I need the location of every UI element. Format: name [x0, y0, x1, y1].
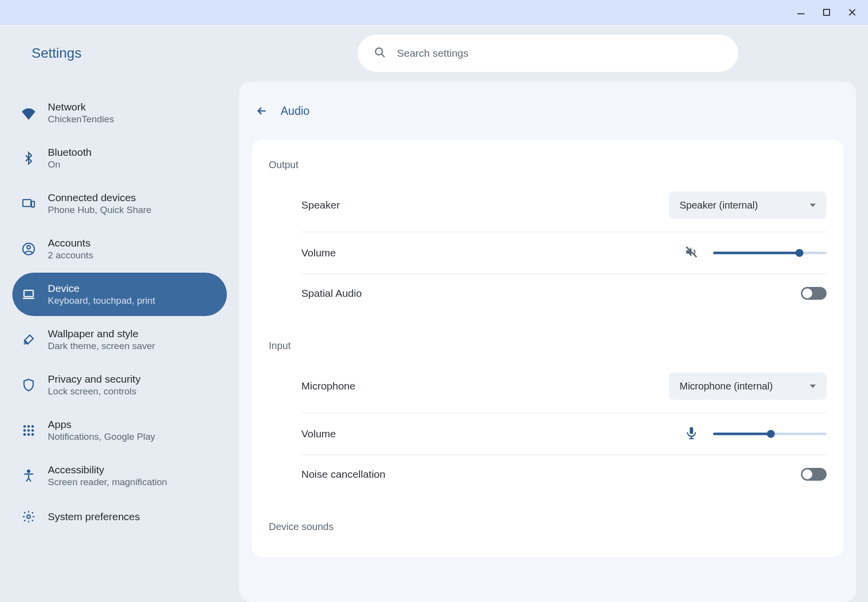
sidebar-item-label: Accounts	[48, 237, 93, 249]
row-speaker: Speaker Speaker (internal)	[301, 178, 827, 232]
gear-icon	[21, 509, 36, 524]
page-title: Audio	[281, 105, 310, 118]
noise-cancellation-label: Noise cancellation	[301, 468, 385, 480]
output-volume-label: Volume	[301, 247, 336, 259]
input-volume-label: Volume	[301, 428, 336, 440]
devices-icon	[21, 196, 36, 211]
sidebar-item-connected-devices[interactable]: Connected devices Phone Hub, Quick Share	[12, 182, 227, 225]
maximize-button[interactable]	[816, 2, 837, 22]
sidebar-item-sub: ChickenTendies	[48, 114, 114, 125]
sidebar-item-label: Network	[48, 101, 114, 113]
sidebar: Network ChickenTendies Bluetooth On	[0, 81, 239, 602]
sidebar-item-label: Apps	[48, 419, 155, 430]
window-titlebar	[0, 0, 868, 25]
section-output-label: Output	[269, 159, 827, 171]
sidebar-item-privacy[interactable]: Privacy and security Lock screen, contro…	[12, 363, 227, 407]
svg-point-4	[375, 48, 382, 55]
svg-rect-6	[23, 200, 31, 207]
apps-grid-icon	[21, 423, 36, 438]
sidebar-item-apps[interactable]: Apps Notifications, Google Play	[12, 409, 227, 452]
svg-point-19	[27, 433, 30, 436]
svg-rect-1	[824, 9, 830, 15]
sidebar-item-label: Bluetooth	[48, 146, 92, 158]
sidebar-item-sub: 2 accounts	[48, 250, 93, 261]
svg-point-15	[23, 429, 26, 431]
sidebar-item-sub: Phone Hub, Quick Share	[48, 205, 151, 215]
microphone-select[interactable]: Microphone (internal)	[669, 372, 827, 400]
noise-cancellation-toggle[interactable]	[801, 468, 827, 481]
close-button[interactable]	[841, 2, 863, 22]
microphone-icon[interactable]	[685, 426, 698, 442]
section-input-label: Input	[269, 340, 827, 352]
sidebar-item-sub: Screen reader, magnification	[48, 477, 167, 488]
content-panel: Audio Output Speaker Speaker (internal)	[239, 81, 856, 602]
spatial-audio-toggle[interactable]	[801, 287, 827, 300]
svg-point-21	[28, 470, 30, 472]
wifi-icon	[21, 106, 36, 120]
svg-line-5	[382, 54, 385, 57]
row-noise-cancellation: Noise cancellation	[301, 455, 827, 494]
microphone-select-value: Microphone (internal)	[680, 381, 773, 392]
svg-point-12	[23, 425, 26, 427]
sidebar-item-sub: Keyboard, touchpad, print	[48, 295, 155, 306]
back-button[interactable]	[252, 101, 272, 121]
input-volume-slider[interactable]	[713, 430, 827, 438]
svg-rect-7	[32, 201, 35, 207]
brush-icon	[21, 332, 36, 347]
app-title: Settings	[0, 45, 239, 61]
sidebar-item-label: System preferences	[48, 511, 140, 523]
search-bar[interactable]	[358, 35, 738, 72]
svg-point-17	[32, 429, 34, 431]
svg-point-22	[27, 515, 31, 519]
chevron-down-icon	[810, 204, 816, 207]
sidebar-item-sub: On	[48, 159, 92, 170]
svg-point-20	[32, 433, 34, 436]
speaker-select[interactable]: Speaker (internal)	[669, 191, 827, 219]
svg-rect-10	[24, 290, 34, 297]
account-icon	[21, 242, 36, 256]
row-input-volume: Volume	[301, 413, 827, 455]
minimize-button[interactable]	[790, 2, 812, 22]
row-spatial-audio: Spatial Audio	[301, 274, 827, 313]
sidebar-item-system[interactable]: System preferences	[12, 499, 227, 534]
spatial-audio-label: Spatial Audio	[301, 287, 362, 299]
sidebar-item-network[interactable]: Network ChickenTendies	[12, 91, 227, 135]
sidebar-item-label: Connected devices	[48, 192, 151, 204]
svg-point-9	[27, 246, 31, 249]
row-microphone: Microphone Microphone (internal)	[301, 359, 827, 413]
chevron-down-icon	[810, 385, 816, 388]
sidebar-item-label: Wallpaper and style	[48, 328, 155, 340]
svg-point-18	[23, 433, 26, 436]
sidebar-item-label: Privacy and security	[48, 373, 141, 385]
sidebar-item-accounts[interactable]: Accounts 2 accounts	[12, 227, 227, 271]
search-input[interactable]	[397, 47, 723, 59]
accessibility-icon	[21, 468, 36, 483]
microphone-label: Microphone	[301, 380, 356, 392]
speaker-label: Speaker	[301, 199, 340, 211]
svg-point-16	[27, 429, 30, 431]
sidebar-item-sub: Dark theme, screen saver	[48, 341, 155, 352]
sidebar-item-label: Device	[48, 283, 155, 294]
sidebar-item-wallpaper[interactable]: Wallpaper and style Dark theme, screen s…	[12, 318, 227, 361]
laptop-icon	[21, 287, 36, 302]
svg-point-14	[32, 425, 34, 427]
section-device-sounds-label: Device sounds	[269, 521, 827, 532]
sidebar-item-sub: Lock screen, controls	[48, 386, 141, 397]
search-icon	[373, 46, 386, 61]
row-output-volume: Volume	[301, 232, 827, 274]
sidebar-item-bluetooth[interactable]: Bluetooth On	[12, 137, 227, 180]
output-volume-slider[interactable]	[713, 249, 827, 257]
sidebar-item-accessibility[interactable]: Accessibility Screen reader, magnificati…	[12, 454, 227, 497]
sidebar-item-device[interactable]: Device Keyboard, touchpad, print	[12, 273, 227, 316]
speaker-select-value: Speaker (internal)	[680, 200, 758, 211]
shield-icon	[21, 378, 36, 392]
svg-point-13	[27, 425, 30, 427]
sidebar-item-label: Accessibility	[48, 464, 167, 476]
sidebar-item-sub: Notifications, Google Play	[48, 431, 155, 442]
bluetooth-icon	[21, 151, 36, 166]
volume-muted-icon[interactable]	[685, 245, 698, 261]
